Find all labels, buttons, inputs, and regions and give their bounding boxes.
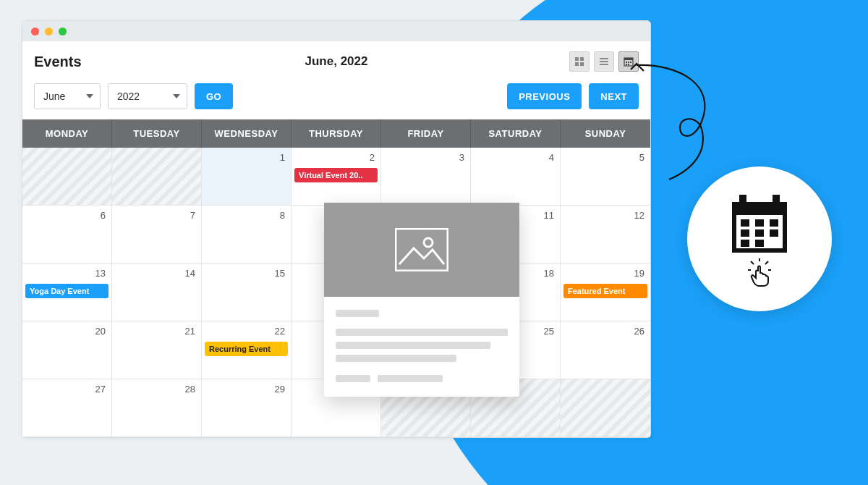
maximize-icon[interactable] [59,28,67,35]
svg-rect-24 [755,229,764,237]
calendar-header: MONDAYTUESDAYWEDNESDAYTHURSDAYFRIDAYSATU… [22,119,650,148]
header-row: Events June, 2022 [22,41,650,76]
month-select-wrap: June [34,83,101,109]
calendar-cell[interactable]: 1 [202,148,292,206]
weekday-header: TUESDAY [112,119,202,148]
close-icon[interactable] [31,28,39,35]
minimize-icon[interactable] [45,28,53,35]
svg-rect-4 [600,58,608,59]
day-number: 8 [280,210,285,221]
weekday-header: MONDAY [22,119,112,148]
tap-hand-icon [744,257,775,289]
svg-rect-12 [626,64,627,65]
day-number: 28 [185,384,195,395]
image-placeholder-icon [395,228,448,271]
skeleton-line [336,310,379,317]
svg-rect-5 [600,61,608,62]
day-number: 29 [275,384,285,395]
popover-image-placeholder [324,203,519,297]
calendar-cell[interactable]: 13Yoga Day Event [22,263,112,321]
event-popover [324,203,519,397]
month-title: June, 2022 [305,54,368,69]
day-number: 3 [459,152,464,163]
svg-rect-14 [396,229,448,271]
go-button[interactable]: GO [195,83,233,109]
day-number: 1 [280,152,285,163]
calendar-large-icon [723,189,796,261]
svg-rect-18 [739,195,746,205]
year-select[interactable]: 2022 [108,83,187,109]
calendar-cell [22,148,112,206]
day-number: 6 [101,210,106,221]
skeleton-line [378,375,443,382]
day-number: 11 [544,210,554,221]
calendar-cell[interactable]: 7 [112,206,202,263]
day-number: 2 [370,152,375,163]
event-pill[interactable]: Yoga Day Event [25,284,109,298]
event-pill[interactable]: Featured Event [563,284,647,298]
calendar-cell[interactable]: 4 [471,148,561,206]
svg-rect-10 [628,62,629,63]
day-number: 21 [185,326,195,337]
weekday-header: SUNDAY [561,119,650,148]
weekday-header: THURSDAY [292,119,381,148]
grid-icon [574,56,584,67]
calendar-cell[interactable]: 14 [112,263,202,321]
year-select-wrap: 2022 [108,83,187,109]
svg-rect-3 [580,62,584,66]
previous-button[interactable]: PREVIOUS [507,83,582,109]
day-number: 22 [275,326,285,337]
calendar-cell[interactable]: 12 [561,206,650,263]
skeleton-line [336,355,456,362]
day-number: 5 [639,152,644,163]
calendar-cell[interactable]: 5 [561,148,650,206]
day-number: 14 [185,268,195,279]
day-number: 27 [95,384,106,395]
day-number: 18 [544,268,554,279]
svg-rect-22 [770,219,778,227]
list-icon [599,56,609,67]
calendar-cell[interactable]: 28 [112,379,202,437]
list-view-button[interactable] [594,51,614,72]
calendar-cell [561,379,650,437]
calendar-cell[interactable]: 8 [202,206,292,263]
calendar-cell[interactable]: 2Virtual Event 20.. [292,148,381,206]
calendar-cell[interactable]: 22Recurring Event [202,321,292,379]
day-number: 12 [634,210,644,221]
grid-view-button[interactable] [569,51,590,72]
calendar-cell[interactable]: 15 [202,263,292,321]
calendar-cell[interactable]: 26 [561,321,650,379]
calendar-cell[interactable]: 6 [22,206,112,263]
day-number: 4 [549,152,554,163]
controls-row: June 2022 GO PREVIOUS NEXT [22,76,650,119]
svg-rect-0 [575,57,579,61]
svg-rect-26 [741,240,749,247]
month-select[interactable]: June [34,83,101,109]
svg-point-15 [424,238,433,247]
skeleton-line [336,329,508,336]
window-titlebar [22,21,650,41]
svg-rect-1 [580,57,584,61]
calendar-cell[interactable]: 3 [381,148,471,206]
event-pill[interactable]: Virtual Event 20.. [294,168,378,182]
svg-rect-2 [575,62,579,66]
svg-rect-21 [755,219,764,227]
calendar-cell[interactable]: 27 [22,379,112,437]
next-button[interactable]: NEXT [589,83,639,109]
skeleton-line [336,342,490,349]
skeleton-line [336,375,370,382]
day-number: 25 [544,326,554,337]
calendar-view-button[interactable] [618,51,639,72]
calendar-cell[interactable]: 29 [202,379,292,437]
calendar-cell [112,148,202,206]
calendar-cell[interactable]: 21 [112,321,202,379]
svg-rect-20 [741,219,749,227]
day-number: 13 [95,268,106,279]
calendar-cell[interactable]: 19Featured Event [561,263,650,321]
calendar-cell[interactable]: 20 [22,321,112,379]
svg-rect-19 [773,195,780,205]
day-number: 7 [190,210,195,221]
svg-rect-9 [626,62,627,63]
event-pill[interactable]: Recurring Event [205,342,288,356]
svg-rect-25 [770,229,778,237]
